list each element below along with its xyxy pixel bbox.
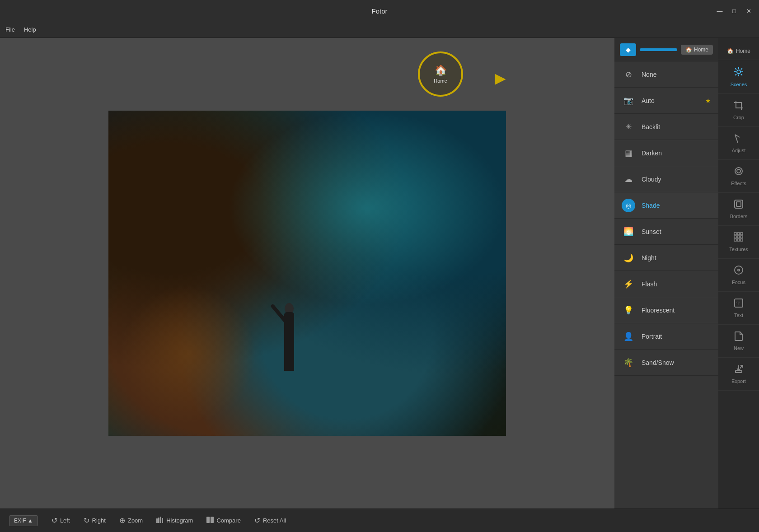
svg-rect-17 — [737, 236, 740, 238]
home-right-button[interactable]: 🏠 Home — [718, 42, 759, 60]
tool-scenes[interactable]: Scenes — [718, 60, 759, 94]
scene-icon-cloudy: ☁ — [622, 173, 635, 186]
home-icon-top: 🏠 — [685, 47, 692, 53]
rotate-right-icon: ↻ — [84, 516, 89, 525]
scene-item-sunset[interactable]: 🌅 Sunset — [614, 219, 718, 245]
home-right-icon: 🏠 — [727, 48, 734, 54]
scene-label-darken: Darken — [642, 149, 662, 157]
zoom-label: Zoom — [128, 517, 143, 524]
tool-crop-label: Crop — [733, 115, 744, 120]
home-right-label: Home — [736, 48, 750, 54]
minimize-button[interactable]: — — [715, 6, 725, 16]
tool-adjust[interactable]: Adjust — [718, 127, 759, 160]
app-title: Fotor — [371, 7, 387, 15]
rotate-right-button[interactable]: ↻ Right — [84, 516, 106, 525]
svg-rect-26 — [736, 370, 742, 373]
scene-icon-fluorescent: 💡 — [622, 303, 635, 317]
canvas-area: 🏠 Home ▶ — [0, 38, 614, 509]
tool-textures[interactable]: Textures — [718, 226, 759, 259]
scene-item-portrait[interactable]: 👤 Portrait — [614, 323, 718, 350]
tool-focus[interactable]: Focus — [718, 259, 759, 292]
histogram-icon — [156, 517, 164, 525]
rotate-left-icon: ↺ — [52, 516, 57, 525]
scene-label-shade: Shade — [642, 202, 660, 209]
scene-item-night[interactable]: 🌙 Night — [614, 245, 718, 271]
person-silhouette — [276, 280, 303, 371]
scene-item-fluorescent[interactable]: 💡 Fluorescent — [614, 297, 718, 323]
svg-rect-11 — [735, 200, 743, 208]
rotate-left-label: Left — [60, 517, 70, 524]
menu-file[interactable]: File — [5, 26, 15, 33]
home-circle-content: 🏠 Home — [434, 65, 447, 84]
crop-tool-icon — [734, 100, 744, 112]
scene-icon-auto: 📷 — [622, 94, 635, 107]
svg-rect-20 — [737, 239, 740, 241]
scene-label-sunset: Sunset — [642, 228, 661, 235]
tool-adjust-label: Adjust — [732, 148, 746, 153]
svg-point-23 — [738, 269, 740, 271]
scene-item-backlit[interactable]: ✳ Backlit — [614, 114, 718, 140]
svg-point-0 — [737, 70, 740, 74]
tool-export[interactable]: Export — [718, 358, 759, 391]
tool-effects[interactable]: Effects — [718, 160, 759, 193]
scene-item-cloudy[interactable]: ☁ Cloudy — [614, 166, 718, 192]
tools-panel: 🏠 Home Scen — [718, 38, 759, 509]
scene-item-none[interactable]: ⊘ None — [614, 61, 718, 88]
scene-item-shade[interactable]: ◎ Shade — [614, 192, 718, 219]
maximize-button[interactable]: □ — [729, 6, 739, 16]
tool-text[interactable]: T Text — [718, 292, 759, 325]
histogram-button[interactable]: Histogram — [156, 517, 193, 525]
home-button-top[interactable]: 🏠 Home — [681, 45, 713, 55]
tool-borders[interactable]: Borders — [718, 193, 759, 226]
main-layout: 🏠 Home ▶ ◆ 🏠 Home ⊘ N — [0, 38, 759, 509]
scenes-tool-icon — [733, 66, 744, 79]
scene-label-cloudy: Cloudy — [642, 176, 661, 183]
svg-rect-28 — [158, 518, 159, 523]
tool-crop[interactable]: Crop — [718, 94, 759, 127]
tool-effects-label: Effects — [731, 181, 746, 186]
reset-all-label: Reset All — [263, 517, 286, 524]
home-circle-icon: 🏠 — [435, 65, 447, 76]
close-button[interactable]: ✕ — [744, 6, 754, 16]
svg-rect-19 — [734, 239, 736, 241]
scene-icon-night: 🌙 — [622, 251, 635, 265]
bottom-toolbar: EXIF ▲ ↺ Left ↻ Right ⊕ Zoom Histogram — [0, 509, 759, 532]
menu-bar: File Help — [0, 22, 759, 38]
scene-item-flash[interactable]: ⚡ Flash — [614, 271, 718, 297]
tool-focus-label: Focus — [732, 280, 745, 285]
scene-label-backlit: Backlit — [642, 123, 660, 131]
compare-icon — [206, 517, 214, 525]
svg-rect-14 — [737, 233, 740, 235]
focus-tool-icon — [734, 265, 744, 277]
home-circle-label[interactable]: Home — [434, 78, 447, 84]
menu-help[interactable]: Help — [24, 26, 36, 33]
diamond-icon: ◆ — [620, 43, 636, 56]
svg-point-22 — [735, 266, 743, 274]
svg-rect-21 — [740, 239, 743, 241]
compare-button[interactable]: Compare — [206, 517, 240, 525]
reset-all-button[interactable]: ↺ Reset All — [254, 516, 286, 525]
scene-item-sand-snow[interactable]: 🌴 Sand/Snow — [614, 350, 718, 376]
scene-item-darken[interactable]: ▦ Darken — [614, 140, 718, 166]
textures-tool-icon — [734, 232, 744, 244]
svg-rect-13 — [734, 233, 736, 235]
svg-rect-31 — [206, 517, 210, 523]
text-tool-icon: T — [734, 298, 744, 310]
tool-new[interactable]: New — [718, 325, 759, 358]
zoom-button[interactable]: ⊕ Zoom — [119, 516, 143, 525]
rotate-right-label: Right — [92, 517, 106, 524]
scene-icon-sunset: 🌅 — [622, 225, 635, 238]
adjust-tool-icon — [734, 133, 744, 145]
scene-item-auto[interactable]: 📷 Auto ★ — [614, 88, 718, 114]
svg-rect-15 — [740, 233, 743, 235]
scenes-list[interactable]: ◆ 🏠 Home ⊘ None 📷 Auto ★ ✳ Backlit — [614, 38, 718, 509]
photo-frame — [108, 111, 506, 436]
rotate-left-button[interactable]: ↺ Left — [52, 516, 70, 525]
scenes-header: ◆ 🏠 Home — [614, 38, 718, 61]
cave-teal-overlay — [228, 111, 506, 306]
home-label-top: Home — [694, 47, 708, 53]
exif-button[interactable]: EXIF ▲ — [9, 515, 38, 526]
scene-icon-portrait: 👤 — [622, 330, 635, 343]
svg-rect-18 — [740, 236, 743, 238]
scene-label-fluorescent: Fluorescent — [642, 307, 675, 314]
